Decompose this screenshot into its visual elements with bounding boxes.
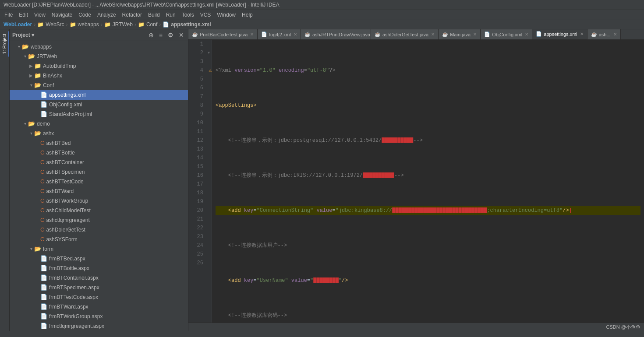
ln-7: 7 xyxy=(191,92,203,101)
tree-item-ashbtspecimen[interactable]: C ashBTSpecimen xyxy=(10,167,188,177)
menu-run[interactable]: Run xyxy=(163,11,178,19)
tree-item-webapps[interactable]: ▾ 📂 webapps xyxy=(10,42,188,52)
fg-17 xyxy=(206,180,212,189)
fg-24 xyxy=(206,241,212,250)
tab-close-ashdolergettest[interactable]: ✕ xyxy=(431,32,435,37)
sidebar-collapse-icon[interactable]: ≡ xyxy=(158,31,164,39)
editor[interactable]: 1 2 3 4 5 6 7 8 9 10 11 12 13 14 15 16 1 xyxy=(188,40,644,323)
left-tab-project[interactable]: 1: Project xyxy=(1,31,9,56)
fg-18 xyxy=(206,189,212,197)
tree-item-autobuildtmp[interactable]: ▶ 📁 AutoBuildTmp xyxy=(10,61,188,71)
ln-23: 23 xyxy=(191,232,203,241)
tab-close-log4j2[interactable]: ✕ xyxy=(294,32,297,37)
label-ashx: ashx xyxy=(43,129,54,138)
aspx-icon-frmbtworkgroup: 📄 xyxy=(40,312,47,321)
breadcrumb-jrtweb[interactable]: JRTWeb xyxy=(113,21,133,28)
tree-item-ashbtworkgroup[interactable]: C ashBTWorkGroup xyxy=(10,196,188,206)
breadcrumb-websrc[interactable]: WebSrc xyxy=(46,21,64,28)
code-line-2: <appSettings> xyxy=(216,101,640,110)
tree-item-frmbtworkgroup[interactable]: 📄 frmBTWorkGroup.aspx xyxy=(10,312,188,321)
menu-window[interactable]: Window xyxy=(214,11,238,19)
sidebar-tree[interactable]: ▾ 📂 webapps ▾ 📂 JRTWeb ▶ 📁 AutoBuildTmp … xyxy=(10,41,188,331)
breadcrumb-webapps[interactable]: webapps xyxy=(78,21,99,28)
tab-close-ash-other[interactable]: ✕ xyxy=(613,32,617,37)
tree-item-frmbtbed[interactable]: 📄 frmBTBed.aspx xyxy=(10,254,188,263)
label-ashbtworkgroup: ashBTWorkGroup xyxy=(46,197,88,205)
label-frmbttestcode: frmBTTestCode.aspx xyxy=(49,293,98,302)
ln-19: 19 xyxy=(191,197,203,206)
tree-item-demo[interactable]: ▾ 📂 demo xyxy=(10,119,188,129)
line-numbers: 1 2 3 4 5 6 7 8 9 10 11 12 13 14 15 16 1 xyxy=(188,40,206,323)
breadcrumb-conf[interactable]: Conf xyxy=(146,21,157,28)
menu-build[interactable]: Build xyxy=(145,11,163,19)
menu-view[interactable]: View xyxy=(32,11,48,19)
menu-edit[interactable]: Edit xyxy=(16,11,31,19)
tree-item-standashxproj[interactable]: 📄 StandAshxProj.iml xyxy=(10,109,188,119)
tree-item-frmbttestcode[interactable]: 📄 frmBTTestCode.aspx xyxy=(10,292,188,302)
tree-item-binashx[interactable]: ▶ 📁 BinAshx xyxy=(10,71,188,81)
sep1: › xyxy=(34,21,35,28)
menu-vcs[interactable]: VCS xyxy=(198,11,214,19)
ln-14: 14 xyxy=(191,154,203,162)
tab-appsettings[interactable]: 📄 appsettings.xml ✕ xyxy=(532,29,587,39)
tab-close-printbarcodetest[interactable]: ✕ xyxy=(250,32,254,37)
label-frmbtward: frmBTWard.aspx xyxy=(49,302,88,311)
menu-tools[interactable]: Tools xyxy=(179,11,197,19)
menu-refactor[interactable]: Refactor xyxy=(120,11,145,19)
fg-2[interactable]: ▾ xyxy=(206,49,212,57)
tree-item-frmsysform[interactable]: 📄 frmSYSForm.aspx xyxy=(10,331,188,331)
fg-5 xyxy=(206,75,212,84)
tree-item-frmctlqmrgreagent[interactable]: 📄 frmctlqmrgreagent.aspx xyxy=(10,321,188,331)
tree-item-ashbtbottle[interactable]: C ashBTBottle xyxy=(10,148,188,158)
tab-close-main[interactable]: ✕ xyxy=(473,32,477,37)
tree-item-frmbtbottle[interactable]: 📄 frmBTBottle.aspx xyxy=(10,263,188,273)
tab-main[interactable]: ☕ Main.java ✕ xyxy=(439,29,481,39)
label-ashdolergettest: ashDolerGetTest xyxy=(46,225,85,234)
tab-printbarcodetest[interactable]: ☕ PrintBarCodeTest.java ✕ xyxy=(188,29,258,39)
tree-item-ashx[interactable]: ▾ 📂 ashx xyxy=(10,129,188,138)
tree-item-ashbttestcode[interactable]: C ashBTTestCode xyxy=(10,177,188,186)
menu-navigate[interactable]: Navigate xyxy=(49,11,75,19)
breadcrumb-appsettings[interactable]: appsettings.xml xyxy=(171,21,211,28)
label-ashctlqmrgreagent: ashctlqmrgreagent xyxy=(46,216,89,225)
tab-log4j2[interactable]: 📄 log4j2.xml ✕ xyxy=(258,29,301,39)
tree-item-appsettings[interactable]: 📄 appsettings.xml xyxy=(10,90,188,100)
editor-wrapper: ☕ PrintBarCodeTest.java ✕ 📄 log4j2.xml ✕… xyxy=(188,29,644,331)
breadcrumb-webloader[interactable]: WebLoader xyxy=(4,21,32,28)
tree-item-ashdolergettest[interactable]: C ashDolerGetTest xyxy=(10,225,188,235)
tree-item-ashchildmodeltest[interactable]: C ashChildModelTest xyxy=(10,206,188,215)
tree-item-ashbtcontainer[interactable]: C ashBTContainer xyxy=(10,158,188,167)
tree-item-ashbtward[interactable]: C ashBTWard xyxy=(10,186,188,196)
tab-close-appsettings[interactable]: ✕ xyxy=(580,32,584,36)
tab-ashjrtprintdrawview[interactable]: ☕ ashJRTPrintDrawView.java ✕ xyxy=(301,29,371,39)
menu-analyze[interactable]: Analyze xyxy=(95,11,119,19)
tree-item-ashbtbed[interactable]: C ashBTBed xyxy=(10,138,188,148)
ln-21: 21 xyxy=(191,215,203,224)
tree-item-ashsysform[interactable]: C ashSYSForm xyxy=(10,235,188,244)
tree-item-form[interactable]: ▾ 📂 form xyxy=(10,244,188,254)
tree-item-frmbtcontainer[interactable]: 📄 frmBTContainer.aspx xyxy=(10,273,188,283)
aspx-icon-frmbttestcode: 📄 xyxy=(40,293,47,302)
sidebar-hide-icon[interactable]: ✕ xyxy=(177,31,185,39)
tab-ashdolergettest[interactable]: ☕ ashDolerGetTest.java ✕ xyxy=(371,29,439,39)
tree-item-conf[interactable]: ▾ 📂 Conf xyxy=(10,81,188,90)
sidebar-locate-icon[interactable]: ⊕ xyxy=(147,31,155,39)
folder-icon-binashx: 📁 xyxy=(34,71,41,80)
tree-item-frmbtward[interactable]: 📄 frmBTWard.aspx xyxy=(10,302,188,312)
menu-file[interactable]: File xyxy=(2,11,15,19)
tree-item-jrtweb[interactable]: ▾ 📂 JRTWeb xyxy=(10,52,188,61)
tree-item-ashctlqmrgreagent[interactable]: C ashctlqmrgreagent xyxy=(10,215,188,225)
tab-ash-other[interactable]: ☕ ash... ✕ xyxy=(587,29,621,39)
code-area[interactable]: 1 2 3 4 5 6 7 8 9 10 11 12 13 14 15 16 1 xyxy=(188,40,644,323)
tab-close-objconfig[interactable]: ✕ xyxy=(525,32,528,37)
tree-item-frmbtspecimen[interactable]: 📄 frmBTSpecimen.aspx xyxy=(10,283,188,292)
sidebar-settings-icon[interactable]: ⚙ xyxy=(166,31,175,39)
code-content[interactable]: <?xml version="1.0" encoding="utf-8"?> <… xyxy=(212,40,644,323)
tab-objconfig[interactable]: 📄 ObjConfig.xml ✕ xyxy=(481,29,532,39)
tab-label-ash-other: ash... xyxy=(599,32,611,37)
java-icon-ashbtbed: C xyxy=(40,139,44,147)
menu-help[interactable]: Help xyxy=(239,11,255,19)
tree-item-objconfig[interactable]: 📄 ObjConfig.xml xyxy=(10,100,188,109)
ln-13: 13 xyxy=(191,145,203,154)
menu-code[interactable]: Code xyxy=(76,11,94,19)
